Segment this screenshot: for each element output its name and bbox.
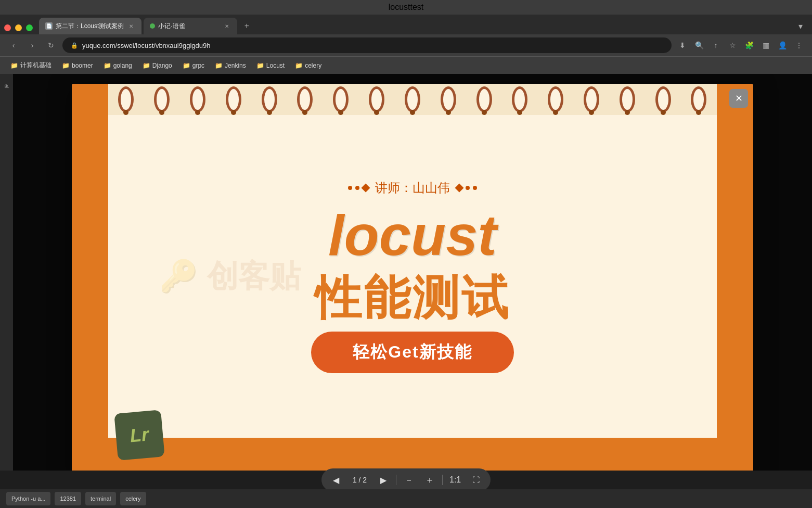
browser-chrome: 📄 第二节：Lcoust测试案例 ✕ 小记·语雀 ✕ + ▾ ‹ › ↻ 🔒 y… xyxy=(0,15,812,74)
tab-yuque-close[interactable]: ✕ xyxy=(223,22,231,30)
spiral-14 xyxy=(584,86,599,112)
bookmarks-bar: 📁 计算机基础 📁 boomer 📁 golang 📁 Django 📁 grp… xyxy=(0,56,812,74)
bookmark-grpc-folder-icon: 📁 xyxy=(183,62,190,69)
next-page-button[interactable]: ▶ xyxy=(375,472,392,488)
bookmark-jsjjc[interactable]: 📁 计算机基础 xyxy=(6,59,56,72)
diamond-right xyxy=(455,184,464,193)
bookmark-folder-icon: 📁 xyxy=(10,62,18,69)
modal-container: ✕ xyxy=(72,84,753,479)
tab-yuque[interactable]: 小记·语雀 ✕ xyxy=(144,18,237,34)
tab-locust[interactable]: 📄 第二节：Lcoust测试案例 ✕ xyxy=(39,18,141,34)
image-modal-overlay: ✕ xyxy=(13,74,812,489)
bookmark-django-label: Django xyxy=(152,62,172,69)
profile-icon[interactable]: 👤 xyxy=(776,39,789,52)
cta-button[interactable]: 轻松Get新技能 xyxy=(311,332,513,373)
spiral-8 xyxy=(369,86,384,112)
zoom-in-button[interactable]: ＋ xyxy=(421,472,438,488)
forward-button[interactable]: › xyxy=(25,38,40,53)
bookmark-locust-label: Locust xyxy=(266,62,285,69)
spiral-13 xyxy=(548,86,563,112)
tab-locust-icon: 📄 xyxy=(45,22,53,30)
main-content: ei ✕ xyxy=(0,74,812,489)
close-window-button[interactable] xyxy=(4,24,11,31)
back-button[interactable]: ‹ xyxy=(6,38,21,53)
tab-locust-close[interactable]: ✕ xyxy=(127,22,135,30)
taskbar-celery-label: celery xyxy=(125,496,140,502)
diamond-left xyxy=(362,184,370,193)
bookmark-boomer[interactable]: 📁 boomer xyxy=(58,60,97,71)
spiral-7 xyxy=(333,86,349,112)
reload-button[interactable]: ↻ xyxy=(44,38,58,53)
bookmark-django[interactable]: 📁 Django xyxy=(138,60,176,71)
prev-icon: ◀ xyxy=(333,475,339,485)
bookmark-jsjjc-label: 计算机基础 xyxy=(20,61,51,70)
bookmark-grpc[interactable]: 📁 grpc xyxy=(178,60,209,71)
left-sidebar: ei xyxy=(0,74,13,489)
spiral-12 xyxy=(512,86,527,112)
bookmark-celery[interactable]: 📁 celery xyxy=(291,60,326,71)
address-input[interactable]: 🔒 yuque.com/sswei/locust/vbnxaui9ggigdu9… xyxy=(62,37,672,53)
bookmark-locust-folder-icon: 📁 xyxy=(256,62,264,69)
zoom-reset-button[interactable]: 1:1 xyxy=(447,472,463,488)
modal-close-button[interactable]: ✕ xyxy=(729,89,748,108)
tab-locust-label: 第二节：Lcoust测试案例 xyxy=(56,22,124,31)
bookmark-celery-folder-icon: 📁 xyxy=(295,62,303,69)
tab-yuque-label: 小记·语雀 xyxy=(158,22,185,31)
taskbar-12381[interactable]: 12381 xyxy=(55,492,81,505)
maximize-window-button[interactable] xyxy=(26,24,33,31)
page-indicator: 1 / 2 xyxy=(349,476,371,484)
minimize-window-button[interactable] xyxy=(15,24,22,31)
address-actions: ⬇ 🔍 ↑ ☆ 🧩 ▥ 👤 ⋮ xyxy=(676,39,806,52)
orange-bar-left xyxy=(72,84,108,479)
taskbar-python[interactable]: Python -u a... xyxy=(6,492,50,505)
bookmark-jenkins[interactable]: 📁 Jenkins xyxy=(211,60,250,71)
fullscreen-button[interactable]: ⛶ xyxy=(468,472,484,488)
tab-yuque-dot xyxy=(150,23,155,29)
divider-2 xyxy=(442,475,443,485)
bookmark-icon[interactable]: ☆ xyxy=(726,39,739,52)
menu-icon[interactable]: ⋮ xyxy=(792,39,806,52)
notebook-content: 🔑 创客贴 讲师：山山伟 locust xyxy=(108,115,717,438)
bookmark-golang[interactable]: 📁 golang xyxy=(99,60,136,71)
bookmark-grpc-label: grpc xyxy=(192,62,204,69)
spiral-17 xyxy=(691,86,706,112)
orange-bar-right xyxy=(717,84,753,479)
title-bar-text: locusttest xyxy=(389,3,424,12)
title-bar: locusttest xyxy=(0,0,812,15)
close-icon: ✕ xyxy=(735,93,743,104)
bookmark-golang-folder-icon: 📁 xyxy=(104,62,111,69)
share-icon[interactable]: ↑ xyxy=(709,39,723,52)
bookmark-golang-label: golang xyxy=(113,62,132,69)
window-controls xyxy=(4,24,33,34)
title-locust: locust xyxy=(328,207,497,264)
bookmark-boomer-label: boomer xyxy=(72,62,93,69)
zoom-out-button[interactable]: － xyxy=(401,472,417,488)
taskbar-terminal[interactable]: terminal xyxy=(85,492,116,505)
divider-1 xyxy=(396,475,396,485)
taskbar-12381-label: 12381 xyxy=(60,496,76,502)
spiral-4 xyxy=(226,86,241,112)
taskbar-python-label: Python -u a... xyxy=(11,496,45,502)
dot-2 xyxy=(355,186,359,190)
download-icon[interactable]: ⬇ xyxy=(676,39,689,52)
dots-right xyxy=(456,185,477,191)
sidebar-text: ei xyxy=(4,84,9,88)
new-tab-button[interactable]: + xyxy=(239,19,254,33)
spiral-15 xyxy=(620,86,635,112)
spiral-3 xyxy=(190,86,205,112)
prev-page-button[interactable]: ◀ xyxy=(328,472,344,488)
spiral-1 xyxy=(118,86,134,112)
spiral-9 xyxy=(405,86,420,112)
address-bar: ‹ › ↻ 🔒 yuque.com/sswei/locust/vbnxaui9g… xyxy=(0,34,812,56)
spiral-10 xyxy=(441,86,456,112)
dot-1 xyxy=(348,186,352,190)
tab-dropdown-button[interactable]: ▾ xyxy=(793,19,808,33)
taskbar-celery[interactable]: celery xyxy=(120,492,146,505)
instructor-text: 讲师：山山伟 xyxy=(375,180,450,196)
bookmark-locust[interactable]: 📁 Locust xyxy=(252,60,289,71)
zoom-icon[interactable]: 🔍 xyxy=(692,39,706,52)
url-text: yuque.com/sswei/locust/vbnxaui9ggigdu9h xyxy=(82,42,210,49)
extension-icon[interactable]: 🧩 xyxy=(742,39,756,52)
sidebar-icon[interactable]: ▥ xyxy=(759,39,772,52)
watermark-left: 🔑 创客贴 xyxy=(159,256,301,298)
